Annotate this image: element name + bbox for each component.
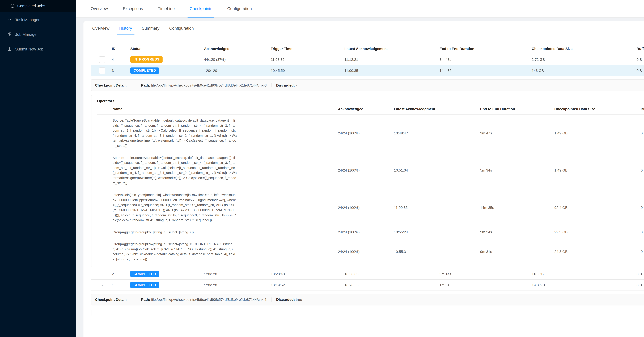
cell-duration: 1m 3s [440, 283, 532, 287]
path-label: Path: [141, 83, 150, 87]
cell-latest-acknowledgement: 11:00:35 [344, 68, 440, 73]
cell-trigger-time: 10:19:52 [271, 283, 344, 287]
job-tab-bar: Overview Exceptions TimeLine Checkpoints… [76, 0, 644, 18]
op-cell-duration: 9m 24s [480, 230, 492, 234]
cell-data-size: 143 GB [532, 68, 636, 73]
op-cell-data-size: 92.4 GB [554, 206, 568, 210]
op-cell-buffered: 0 B [641, 168, 644, 172]
cell-trigger-time: 11:08:32 [271, 58, 344, 62]
cell-data-size: 19.0 GB [532, 283, 636, 287]
operators-header-row: Name Acknowledged Latest Acknowledgment … [97, 104, 644, 114]
checkpoint-path-value: file:/opt/flink/pv/checkpoints/4b9ce41d9… [151, 83, 267, 87]
cell-buffered: 0 B [636, 272, 644, 276]
collapse-toggle[interactable]: - [99, 282, 105, 288]
column-header-end-to-end-duration: End to End Duration [440, 46, 532, 51]
operator-name: Source: TableSourceScan(table=[[default_… [112, 152, 237, 189]
vertical-divider [271, 297, 272, 302]
sidebar-item-completed-jobs[interactable]: Completed Jobs [0, 0, 76, 12]
subtab-summary[interactable]: Summary [139, 22, 162, 35]
task-list-icon [7, 17, 12, 22]
cell-acknowledged: 120/120 [204, 68, 271, 73]
tab-exceptions[interactable]: Exceptions [118, 0, 147, 18]
sidebar-item-label: Completed Jobs [17, 4, 45, 8]
op-cell-duration: 14m 35s [480, 206, 494, 210]
checkpoint-row-3[interactable]: - 3 COMPLETED 120/120 10:45:59 11:00:35 … [91, 65, 644, 76]
subtab-history[interactable]: History [116, 22, 134, 35]
collapse-toggle[interactable]: - [99, 67, 105, 74]
discarded-value: - [296, 83, 297, 87]
column-header-trigger-time: Trigger Time [271, 46, 344, 51]
subtab-overview[interactable]: Overview [90, 22, 112, 35]
expand-toggle[interactable]: + [99, 56, 105, 63]
column-header-checkpointed-data-size: Checkpointed Data Size [532, 46, 636, 51]
upload-icon [7, 46, 12, 51]
operators-panel-partial [91, 310, 644, 315]
op-cell-data-size: 22.9 GB [554, 230, 568, 234]
operator-name: GroupAggregate(groupBy=[string_c], selec… [112, 226, 237, 238]
op-cell-latest-ack: 10:51:34 [394, 168, 408, 172]
expand-toggle[interactable]: + [99, 271, 105, 277]
checkpoint-tab-bar: Overview History Summary Configuration R… [90, 22, 644, 35]
grid-icon [7, 32, 12, 36]
operator-row-group-aggregate: GroupAggregate(groupBy=[string_c], selec… [97, 226, 644, 238]
main-area: Overview Exceptions TimeLine Checkpoints… [76, 0, 644, 337]
cell-trigger-time: 10:45:59 [271, 68, 344, 73]
cell-id: 1 [112, 283, 130, 287]
checkpoint-row-1[interactable]: - 1 COMPLETED 120/120 10:19:52 10:20:55 … [91, 280, 644, 291]
op-cell-duration: 3m 47s [480, 131, 492, 135]
op-cell-buffered: 0 B [641, 206, 644, 210]
cell-buffered: 0 B [636, 68, 644, 73]
operator-name: Source: TableSourceScan(table=[[default_… [112, 114, 237, 152]
tab-configuration[interactable]: Configuration [223, 0, 256, 18]
cell-acknowledged: 120/120 [204, 283, 271, 287]
cell-buffered: 0 B [636, 58, 644, 62]
op-cell-acknowledged: 24/24 (100%) [338, 250, 360, 254]
tab-checkpoints[interactable]: Checkpoints [186, 0, 216, 18]
op-cell-latest-ack: 10:55:31 [394, 250, 408, 254]
discarded-label: Discarded: [276, 298, 295, 302]
status-badge: COMPLETED [130, 271, 159, 277]
cell-buffered: 0 B [636, 283, 644, 287]
sidebar-item-task-managers[interactable]: Task Managers [0, 14, 76, 26]
op-cell-buffered: 0 B [641, 131, 644, 135]
table-header-row: ID Status Acknowledged Trigger Time Late… [91, 44, 644, 54]
sidebar-item-label: Job Manager [15, 32, 38, 36]
path-label: Path: [141, 298, 150, 302]
checkpoints-card: Overview History Summary Configuration R… [84, 22, 644, 337]
cell-duration: 14m 35s [440, 68, 532, 73]
detail-discarded: Discarded: true [276, 298, 302, 302]
status-badge: COMPLETED [130, 282, 159, 288]
op-column-buffered: Buffered During Alignment [641, 107, 644, 111]
detail-path: Path: file:/opt/flink/pv/checkpoints/4b9… [141, 298, 266, 302]
tab-timeline[interactable]: TimeLine [154, 0, 179, 18]
tab-overview[interactable]: Overview [86, 0, 112, 18]
operator-row-interval-join: IntervalJoin(joinType=[InnerJoin], windo… [97, 189, 644, 226]
checkpoint-row-4[interactable]: + 4 IN_PROGRESS 44/120 (37%) 11:08:32 11… [91, 54, 644, 65]
detail-discarded: Discarded: - [276, 83, 297, 87]
sidebar: Completed Jobs Task Managers Job Manager… [0, 0, 76, 337]
op-cell-acknowledged: 24/24 (100%) [338, 206, 360, 210]
subtab-configuration[interactable]: Configuration [167, 22, 196, 35]
cell-data-size: 2.72 GB [532, 58, 636, 62]
content-area: Overview History Summary Configuration R… [76, 18, 644, 337]
op-column-name: Name [112, 107, 122, 111]
op-cell-buffered: 0 B [641, 250, 644, 254]
op-cell-acknowledged: 24/24 (100%) [338, 168, 360, 172]
checkpoint-path-value: file:/opt/flink/pv/checkpoints/4b9ce41d9… [151, 298, 267, 302]
sidebar-item-job-manager[interactable]: Job Manager [0, 28, 76, 40]
cell-trigger-time: 10:28:48 [271, 272, 344, 276]
status-badge: IN_PROGRESS [130, 56, 162, 62]
op-column-acknowledged: Acknowledged [338, 107, 364, 111]
cell-acknowledged: 44/120 (37%) [204, 58, 271, 62]
flink-dashboard: Completed Jobs Task Managers Job Manager… [0, 0, 644, 337]
op-cell-latest-ack: 10:55:24 [394, 230, 408, 234]
cell-acknowledged: 120/120 [204, 272, 271, 276]
sidebar-item-label: Task Managers [15, 18, 41, 22]
cell-data-size: 118 GB [532, 272, 636, 276]
sidebar-item-submit-new-job[interactable]: Submit New Job [0, 43, 76, 55]
cell-latest-acknowledgement: 10:38:03 [344, 272, 440, 276]
checkpoint-row-2[interactable]: + 2 COMPLETED 120/120 10:28:48 10:38:03 … [91, 268, 644, 280]
op-column-data-size: Checkpointed Data Size [554, 107, 595, 111]
column-header-latest-acknowledgement: Latest Acknowledgement [344, 46, 440, 51]
discarded-value: true [296, 298, 302, 302]
